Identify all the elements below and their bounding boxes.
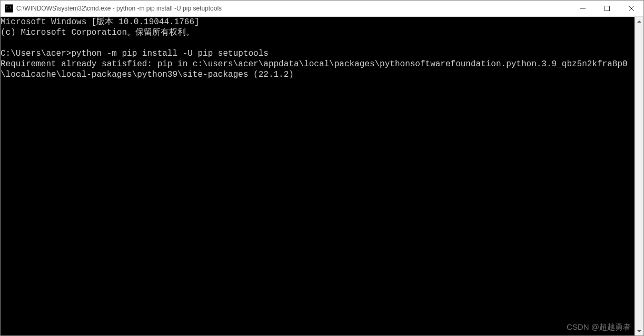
titlebar[interactable]: C:\WINDOWS\system32\cmd.exe - python -m …	[1, 1, 643, 17]
cmd-icon	[5, 4, 13, 13]
chevron-down-icon	[637, 330, 641, 332]
close-button[interactable]	[619, 1, 643, 16]
window-controls	[571, 1, 643, 16]
maximize-button[interactable]	[595, 1, 619, 16]
minimize-button[interactable]	[571, 1, 595, 16]
terminal-output[interactable]: Microsoft Windows [版本 10.0.19044.1766] (…	[1, 17, 635, 335]
terminal-area: Microsoft Windows [版本 10.0.19044.1766] (…	[1, 17, 643, 335]
maximize-icon	[605, 6, 610, 11]
cmd-window: C:\WINDOWS\system32\cmd.exe - python -m …	[0, 0, 644, 336]
scroll-track[interactable]	[635, 26, 643, 327]
vertical-scrollbar[interactable]	[635, 17, 643, 335]
minimize-icon	[580, 6, 586, 11]
scroll-up-button[interactable]	[635, 17, 643, 26]
chevron-up-icon	[637, 21, 641, 23]
close-icon	[629, 6, 634, 11]
scroll-down-button[interactable]	[635, 327, 643, 335]
svg-rect-1	[605, 6, 610, 11]
window-title: C:\WINDOWS\system32\cmd.exe - python -m …	[16, 5, 571, 12]
